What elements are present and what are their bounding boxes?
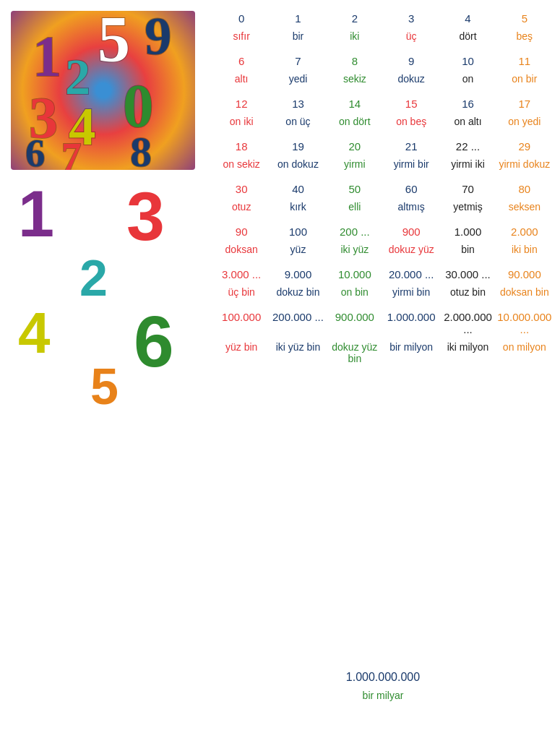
word-cell-s1-2: sekiz: [327, 72, 383, 86]
num-cell-s3-5: 29: [496, 139, 553, 154]
deco-num-1: 1: [18, 177, 54, 252]
num-cell-s5-3: 900: [383, 224, 439, 239]
word-cell-s7-5: on milyon: [496, 340, 553, 366]
words-row-s7: yüz biniki yüz bindokuz yüz binbir milyo…: [213, 340, 553, 366]
num-cell-s5-4: 1.000: [439, 224, 496, 239]
numbers-row-s5: 90100200 ...9001.0002.000: [213, 224, 553, 239]
deco-num-6: 6: [134, 300, 174, 383]
num-cell-s5-1: 100: [270, 224, 326, 239]
section-s2: 121314151617on ikion üçon dörton beşon a…: [213, 96, 553, 129]
num-cell-s2-3: 15: [383, 96, 439, 111]
section-s4: 304050607080otuzkırkellialtmışyetmişseks…: [213, 181, 553, 214]
word-cell-s4-0: otuz: [213, 200, 270, 214]
num-cell-s6-5: 90.000: [496, 267, 553, 282]
words-row-s2: on ikion üçon dörton beşon altıon yedi: [213, 114, 553, 129]
word-cell-s3-3: yirmi bir: [383, 157, 439, 171]
words-row-s6: üç bindokuz binon binyirmi binotuz bindo…: [213, 285, 553, 299]
word-cell-s6-4: otuz bin: [439, 285, 496, 299]
bottom-number: 1.000.000.000: [213, 669, 553, 685]
num-cell-s2-0: 12: [213, 96, 270, 111]
word-cell-s4-1: kırk: [270, 200, 326, 214]
num-cell-s0-4: 4: [439, 11, 496, 26]
bottom-entry: 1.000.000.000bir milyar: [213, 669, 553, 703]
num-cell-s0-0: 0: [213, 11, 270, 26]
numbers-row-s0: 012345: [213, 11, 553, 26]
word-cell-s1-5: on bir: [496, 72, 553, 86]
word-cell-s0-5: beş: [496, 29, 553, 43]
num-cell-s6-4: 30.000 ...: [439, 267, 496, 282]
word-cell-s1-3: dokuz: [383, 72, 439, 86]
num-cell-s7-4: 2.000.000 ...: [439, 309, 496, 337]
word-cell-s0-3: üç: [383, 29, 439, 43]
num-cell-s4-0: 30: [213, 181, 270, 197]
num-cell-s5-2: 200 ...: [327, 224, 383, 239]
bottom-word: bir milyar: [213, 688, 553, 703]
word-cell-s2-5: on yedi: [496, 114, 553, 129]
num-cell-s6-3: 20.000 ...: [383, 267, 439, 282]
deco-num-2: 2: [79, 249, 108, 307]
num-cell-s1-0: 6: [213, 53, 270, 69]
num-cell-s2-5: 17: [496, 96, 553, 111]
word-cell-s2-0: on iki: [213, 114, 270, 129]
word-cell-s7-3: bir milyon: [383, 340, 439, 366]
section-s5: 90100200 ...9001.0002.000doksanyüziki yü…: [213, 224, 553, 257]
word-cell-s7-2: dokuz yüz bin: [327, 340, 383, 366]
word-cell-s7-1: iki yüz bin: [270, 340, 326, 366]
num-cell-s2-2: 14: [327, 96, 383, 111]
word-cell-s7-4: iki milyon: [439, 340, 496, 366]
words-row-s3: on sekizon dokuzyirmiyirmi biryirmi ikiy…: [213, 157, 553, 171]
words-row-s4: otuzkırkellialtmışyetmişseksen: [213, 200, 553, 214]
word-cell-s4-2: elli: [327, 200, 383, 214]
num-cell-s6-1: 9.000: [270, 267, 326, 282]
section-s0: 012345sıfırbirikiüçdörtbeş: [213, 11, 553, 43]
word-cell-s2-2: on dört: [327, 114, 383, 129]
numbers-row-s2: 121314151617: [213, 96, 553, 111]
num-cell-s0-3: 3: [383, 11, 439, 26]
num-cell-s3-0: 18: [213, 139, 270, 154]
num-cell-s3-1: 19: [270, 139, 326, 154]
word-cell-s0-2: iki: [327, 29, 383, 43]
numbers-row-s4: 304050607080: [213, 181, 553, 197]
word-cell-s3-0: on sekiz: [213, 157, 270, 171]
word-cell-s4-3: altmış: [383, 200, 439, 214]
num-cell-s1-2: 8: [327, 53, 383, 69]
num-cell-s2-1: 13: [270, 96, 326, 111]
deco-num-4: 4: [18, 300, 51, 366]
num-cell-s0-2: 2: [327, 11, 383, 26]
num-cell-s7-0: 100.000: [213, 309, 270, 337]
words-row-s1: altıyedisekizdokuzonon bir: [213, 72, 553, 86]
num-cell-s7-5: 10.000.000 ...: [496, 309, 553, 337]
word-cell-s3-2: yirmi: [327, 157, 383, 171]
num-cell-s1-4: 10: [439, 53, 496, 69]
num-cell-s4-3: 60: [383, 181, 439, 197]
word-cell-s6-2: on bin: [327, 285, 383, 299]
num-cell-s3-4: 22 ...: [439, 139, 496, 154]
num-cell-s1-3: 9: [383, 53, 439, 69]
word-cell-s1-4: on: [439, 72, 496, 86]
word-cell-s1-1: yedi: [270, 72, 326, 86]
num-cell-s1-1: 7: [270, 53, 326, 69]
numbers-row-s1: 67891011: [213, 53, 553, 69]
words-row-s0: sıfırbirikiüçdörtbeş: [213, 29, 553, 43]
num-cell-s1-5: 11: [496, 53, 553, 69]
deco-num-5: 5: [90, 358, 119, 416]
section-s3: 1819202122 ...29on sekizon dokuzyirmiyir…: [213, 139, 553, 171]
num-cell-s0-5: 5: [496, 11, 553, 26]
section-s6: 3.000 ...9.00010.00020.000 ...30.000 ...…: [213, 267, 553, 299]
word-cell-s6-1: dokuz bin: [270, 285, 326, 299]
num-cell-s7-1: 200.000 ...: [270, 309, 326, 337]
numbers-row-s7: 100.000200.000 ...900.0001.000.0002.000.…: [213, 309, 553, 337]
word-cell-s4-5: seksen: [496, 200, 553, 214]
deco-num-3: 3: [126, 177, 165, 256]
num-cell-s4-1: 40: [270, 181, 326, 197]
word-cell-s3-5: yirmi dokuz: [496, 157, 553, 171]
word-cell-s5-0: doksan: [213, 242, 270, 257]
word-cell-s5-1: yüz: [270, 242, 326, 257]
page: 1 2 3 4 5 6 012345sıfırbirikiüçdörtbeş67…: [0, 0, 560, 746]
word-cell-s2-1: on üç: [270, 114, 326, 129]
num-cell-s3-3: 21: [383, 139, 439, 154]
word-cell-s2-3: on beş: [383, 114, 439, 129]
word-cell-s1-0: altı: [213, 72, 270, 86]
num-cell-s6-0: 3.000 ...: [213, 267, 270, 282]
words-row-s5: doksanyüziki yüzdokuz yüzbiniki bin: [213, 242, 553, 257]
